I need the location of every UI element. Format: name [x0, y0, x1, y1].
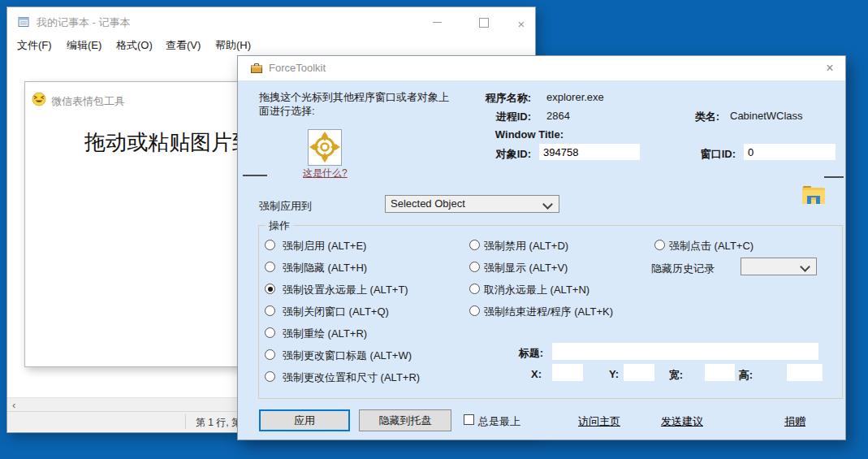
menu-edit[interactable]: 编辑(E) — [65, 37, 103, 54]
process-id-value: 2864 — [546, 110, 570, 122]
maximize-button[interactable] — [472, 15, 496, 33]
forcetoolkit-titlebar[interactable]: ForceToolkit × — [238, 56, 845, 80]
visit-homepage-link[interactable]: 访问主页 — [578, 414, 620, 429]
apply-to-dropdown[interactable]: Selected Object — [385, 195, 559, 213]
y-label: Y: — [599, 368, 619, 380]
close-button[interactable]: × — [509, 15, 533, 33]
radio-force-click[interactable] — [654, 240, 665, 250]
program-name-value: explorer.exe — [546, 91, 604, 103]
radio-force-close-window-label: 强制关闭窗口 (ALT+Q) — [283, 305, 389, 319]
maximize-icon — [479, 18, 489, 28]
height-input[interactable] — [787, 364, 823, 381]
radio-force-redraw[interactable] — [265, 327, 275, 338]
menu-help[interactable]: 帮助(H) — [214, 37, 253, 54]
radio-force-change-position-size-label: 强制更改位置和尺寸 (ALT+R) — [283, 370, 420, 385]
toolbox-icon — [250, 62, 263, 75]
always-on-top-checkbox[interactable] — [464, 414, 474, 425]
x-input[interactable] — [552, 364, 583, 381]
apply-button[interactable]: 应用 — [259, 409, 350, 431]
explorer-icon — [799, 180, 828, 209]
operations-legend: 操作 — [266, 219, 293, 233]
radio-force-show-label: 强制显示 (ALT+V) — [484, 261, 568, 275]
radio-force-kill-process-label: 强制结束进程/程序 (ALT+K) — [484, 305, 613, 319]
title-input[interactable] — [552, 343, 818, 360]
radio-force-hide-label: 强制隐藏 (ALT+H) — [283, 261, 367, 275]
radio-force-click-label: 强制点击 (ALT+C) — [669, 239, 754, 253]
chevron-down-icon — [542, 199, 553, 210]
apply-to-selected-value: Selected Object — [391, 197, 465, 210]
apply-to-label: 强制应用到 — [259, 199, 312, 214]
finder-crosshair-tool[interactable] — [308, 129, 342, 166]
radio-force-enable[interactable] — [265, 240, 275, 250]
drag-hint-line2: 面进行选择: — [259, 104, 315, 119]
radio-force-enable-label: 强制启用 (ALT+E) — [283, 239, 366, 253]
menu-file[interactable]: 文件(F) — [15, 37, 54, 54]
hide-to-tray-button[interactable]: 隐藏到托盘 — [359, 409, 451, 431]
notepad-titlebar[interactable]: 我的记事本 - 记事本 × — [7, 7, 533, 37]
radio-force-show[interactable] — [469, 262, 480, 272]
send-suggestion-link[interactable]: 发送建议 — [661, 414, 703, 429]
object-id-label: 对象ID: — [425, 147, 531, 162]
height-label: 高: — [727, 368, 753, 383]
laughing-emoji-icon — [32, 92, 46, 106]
forcetoolkit-window: ForceToolkit × 拖拽这个光标到其他程序窗口或者对象上 面进行选择:… — [237, 55, 846, 440]
hide-history-label: 隐藏历史记录 — [651, 262, 715, 276]
forcetoolkit-title: ForceToolkit — [269, 62, 326, 74]
menu-format[interactable]: 格式(O) — [114, 37, 154, 54]
radio-force-disable-label: 强制禁用 (ALT+D) — [484, 239, 568, 253]
close-icon: × — [826, 61, 833, 75]
radio-force-always-on-top[interactable] — [265, 284, 275, 294]
radio-force-kill-process[interactable] — [469, 305, 480, 316]
desktop: 我的记事本 - 记事本 × 文件(F) 编辑(E) 格式(O) 查看(V) 帮助… — [0, 0, 868, 459]
statusbar-divider — [185, 414, 186, 429]
sticker-tool-title: 微信表情包工具 — [51, 94, 125, 109]
radio-force-close-window[interactable] — [265, 305, 275, 316]
window-id-input[interactable] — [744, 144, 836, 160]
chevron-down-icon — [800, 262, 810, 272]
close-icon: × — [518, 17, 525, 31]
scroll-left-icon[interactable]: ‹ — [12, 398, 15, 412]
class-name-label: 类名: — [676, 110, 719, 124]
radio-cancel-always-on-top-label: 取消永远最上 (ALT+N) — [484, 283, 589, 297]
radio-force-hide[interactable] — [265, 262, 275, 272]
caret-position-status: 第 1 行, 第 — [196, 416, 241, 430]
close-button[interactable]: × — [818, 59, 841, 77]
crosshair-icon — [309, 130, 341, 165]
separator-tick-left — [243, 175, 267, 176]
donate-link[interactable]: 捐赠 — [784, 414, 805, 429]
hide-history-dropdown[interactable] — [741, 258, 817, 275]
separator-tick-right — [824, 176, 844, 178]
always-on-top-checkbox-label: 总是最上 — [478, 414, 520, 429]
class-name-value: CabinetWClass — [730, 110, 803, 122]
radio-force-change-position-size[interactable] — [265, 371, 275, 382]
notepad-icon — [17, 15, 30, 28]
what-is-this-link[interactable]: 这是什么? — [303, 167, 348, 180]
window-id-label: 窗口ID: — [693, 147, 736, 162]
notepad-window-title: 我的记事本 - 记事本 — [37, 15, 131, 30]
x-label: X: — [522, 368, 542, 380]
minimize-icon — [433, 22, 442, 23]
radio-force-redraw-label: 强制重绘 (ALT+R) — [283, 327, 367, 341]
radio-cancel-always-on-top[interactable] — [469, 284, 480, 294]
y-input[interactable] — [624, 364, 654, 381]
radio-force-disable[interactable] — [469, 240, 480, 250]
window-title-label: Window Title: — [441, 128, 564, 141]
radio-force-change-title[interactable] — [265, 349, 275, 360]
title-field-label: 标题: — [506, 346, 543, 361]
menu-view[interactable]: 查看(V) — [164, 37, 202, 54]
radio-force-always-on-top-label: 强制设置永远最上 (ALT+T) — [283, 283, 408, 297]
radio-force-change-title-label: 强制更改窗口标题 (ALT+W) — [283, 349, 412, 363]
drag-hint-line1: 拖拽这个光标到其他程序窗口或者对象上 — [259, 90, 449, 105]
width-label: 宽: — [657, 368, 683, 383]
program-name-label: 程序名称: — [425, 91, 531, 106]
process-id-label: 进程ID: — [425, 110, 531, 124]
minimize-button[interactable] — [425, 15, 449, 33]
object-id-input[interactable] — [539, 144, 640, 160]
notepad-menubar: 文件(F) 编辑(E) 格式(O) 查看(V) 帮助(H) — [7, 37, 533, 56]
